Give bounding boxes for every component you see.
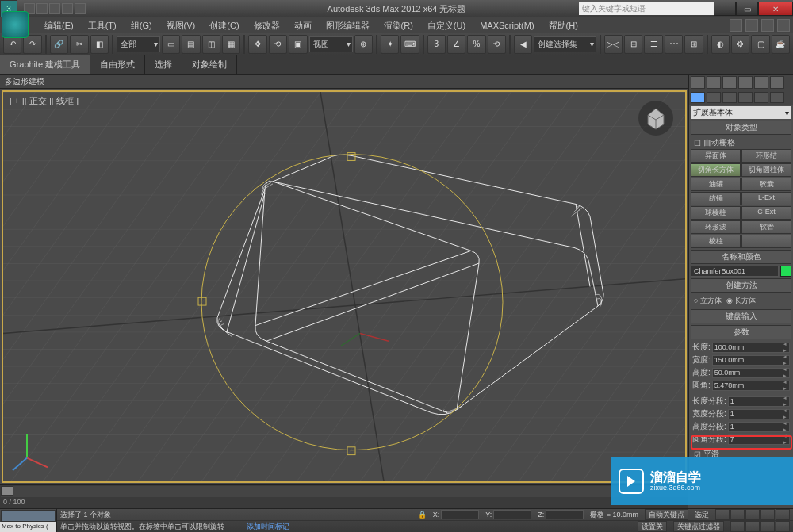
- display-tab-icon[interactable]: [754, 92, 768, 103]
- link-button[interactable]: 🔗: [50, 35, 68, 54]
- play-next-button[interactable]: [760, 509, 775, 520]
- snap-toggle-button[interactable]: 3: [427, 35, 446, 54]
- layers-button[interactable]: ☰: [644, 35, 662, 54]
- maximize-button[interactable]: ▭: [736, 2, 758, 16]
- scale-button[interactable]: ▣: [289, 35, 307, 54]
- render-button[interactable]: ☕: [772, 35, 790, 54]
- angle-snap-button[interactable]: ∠: [447, 35, 465, 54]
- percent-snap-button[interactable]: %: [467, 35, 485, 54]
- qat-open-icon[interactable]: [36, 3, 48, 14]
- menu-animation[interactable]: 动画: [291, 18, 315, 33]
- method-box-radio[interactable]: ◉ 长方体: [726, 296, 757, 306]
- key-filter-button[interactable]: 关键点过滤器: [673, 521, 724, 532]
- prim-cext[interactable]: C-Ext: [741, 206, 791, 220]
- param-fillet-input[interactable]: 5.478mm: [712, 381, 790, 391]
- ribbon-tab-paint[interactable]: 对象绘制: [182, 55, 237, 74]
- menu-views[interactable]: 视图(V): [163, 18, 199, 33]
- keyboard-shortcut-button[interactable]: ⌨: [400, 35, 419, 54]
- help-search-input[interactable]: 键入关键字或短语: [579, 2, 722, 15]
- seg-height-input[interactable]: 1: [728, 422, 790, 432]
- viewport-thumbnail[interactable]: [1, 510, 56, 522]
- autokey-button[interactable]: 自动关键点: [645, 509, 688, 520]
- schematic-view-button[interactable]: ⊞: [684, 35, 703, 54]
- play-button[interactable]: [745, 509, 760, 520]
- menu-rendering[interactable]: 渲染(R): [381, 18, 416, 33]
- coord-y-input[interactable]: [493, 510, 531, 519]
- play-start-button[interactable]: [715, 509, 730, 520]
- lock-icon[interactable]: 🔒: [418, 511, 427, 519]
- cp-toprow-icon-5[interactable]: [754, 76, 768, 89]
- prim-ringwave[interactable]: 环形波: [691, 220, 741, 234]
- menu-help[interactable]: 帮助(H): [546, 18, 581, 33]
- motion-tab-icon[interactable]: [738, 92, 753, 103]
- seg-width-input[interactable]: 1: [728, 409, 790, 419]
- script-listener[interactable]: Max to Physics (: [0, 522, 56, 532]
- selection-filter-dropdown[interactable]: 全部: [117, 36, 160, 52]
- application-button[interactable]: [2, 11, 29, 38]
- setkey-button[interactable]: 设置关: [638, 521, 667, 532]
- mirror-button[interactable]: ▷◁: [604, 35, 623, 54]
- ribbon-tab-freeform[interactable]: 自由形式: [90, 55, 145, 74]
- seg-fillet-input[interactable]: 7: [728, 434, 790, 445]
- prim-chamferbox[interactable]: 切角长方体: [691, 163, 741, 177]
- object-color-swatch[interactable]: [780, 266, 791, 277]
- ribbon-tab-selection[interactable]: 选择: [145, 55, 182, 74]
- curve-editor-button[interactable]: 〰: [665, 35, 683, 54]
- param-width-input[interactable]: 150.0mm: [712, 355, 790, 366]
- viewport-ortho[interactable]: [ + ][ 正交 ][ 线框 ]: [2, 90, 687, 483]
- menu-maxscript[interactable]: MAXScript(M): [477, 19, 537, 32]
- render-setup-button[interactable]: ⚙: [731, 35, 749, 54]
- prim-capsule[interactable]: 胶囊: [741, 178, 791, 191]
- utilities-tab-icon[interactable]: [770, 92, 784, 103]
- cp-toprow-icon-2[interactable]: [707, 76, 721, 89]
- autogrid-checkbox[interactable]: ☐: [694, 139, 701, 147]
- named-sel-prev-button[interactable]: ◀: [514, 35, 532, 54]
- time-slider-track[interactable]: [1, 486, 688, 497]
- rollout-keyboard-entry[interactable]: 键盘输入: [691, 309, 791, 323]
- menu-modifiers[interactable]: 修改器: [251, 18, 283, 33]
- hierarchy-tab-icon[interactable]: [722, 92, 737, 103]
- qat-undo-icon[interactable]: [62, 3, 73, 14]
- menu-tools[interactable]: 工具(T): [85, 18, 120, 33]
- nav-zoom-button[interactable]: [745, 521, 760, 532]
- nav-orbit-button[interactable]: [760, 521, 775, 532]
- prim-prism[interactable]: 棱柱: [691, 235, 741, 248]
- material-editor-button[interactable]: ◐: [711, 35, 730, 54]
- menu-customize[interactable]: 自定义(U): [424, 18, 469, 33]
- menu-create[interactable]: 创建(C): [206, 18, 242, 33]
- play-end-button[interactable]: [776, 509, 790, 520]
- viewcube[interactable]: [638, 100, 674, 136]
- manipulate-button[interactable]: ✦: [381, 35, 399, 54]
- menu-group[interactable]: 组(G): [128, 18, 155, 33]
- add-time-tag[interactable]: 添加时间标记: [247, 522, 289, 532]
- seg-length-input[interactable]: 1: [728, 396, 790, 407]
- coord-x-input[interactable]: [441, 510, 479, 519]
- prim-oiltank[interactable]: 油罐: [691, 178, 741, 191]
- time-slider-thumb[interactable]: [1, 486, 13, 496]
- named-selection-dropdown[interactable]: 创建选择集: [534, 36, 596, 52]
- rotate-button[interactable]: ⟲: [269, 35, 287, 54]
- modify-tab-icon[interactable]: [707, 92, 721, 103]
- cp-toprow-icon-6[interactable]: [770, 76, 784, 89]
- select-object-button[interactable]: ▭: [162, 35, 180, 54]
- cp-toprow-icon-4[interactable]: [738, 76, 753, 89]
- menu-edit[interactable]: 编辑(E): [41, 18, 77, 33]
- rollout-parameters[interactable]: 参数: [691, 325, 791, 339]
- create-tab-icon[interactable]: [691, 92, 705, 103]
- select-region-button[interactable]: ◫: [202, 35, 220, 54]
- rollout-object-type[interactable]: 对象类型: [691, 121, 791, 135]
- method-cube-radio[interactable]: ○ 立方体: [694, 296, 722, 306]
- minimize-button[interactable]: —: [714, 2, 736, 16]
- prim-torusknot[interactable]: 环形结: [741, 149, 791, 163]
- align-button[interactable]: ⊟: [624, 35, 642, 54]
- qat-redo-icon[interactable]: [75, 3, 86, 14]
- prim-gengon[interactable]: 球棱柱: [691, 206, 741, 220]
- rollout-name-color[interactable]: 名称和颜色: [691, 250, 791, 264]
- move-button[interactable]: ✥: [248, 35, 266, 54]
- help-forum-icon[interactable]: [745, 19, 758, 32]
- help-question-icon[interactable]: [777, 19, 790, 32]
- cp-toprow-icon-3[interactable]: [722, 76, 737, 89]
- pivot-button[interactable]: ⊕: [354, 35, 373, 54]
- qat-save-icon[interactable]: [49, 3, 60, 14]
- ref-coord-dropdown[interactable]: 视图: [309, 36, 353, 52]
